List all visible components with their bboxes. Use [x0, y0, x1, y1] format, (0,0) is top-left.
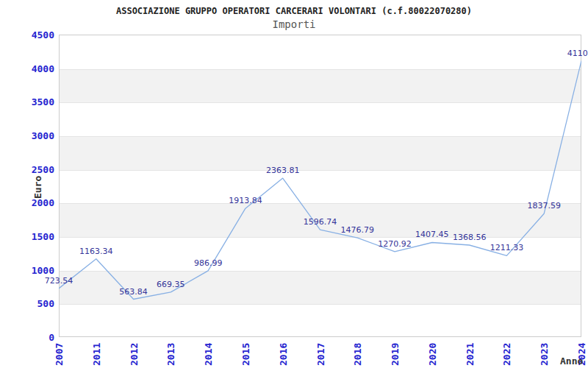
y-tick-label: 1000	[21, 265, 54, 276]
x-tick-label: 2022	[501, 343, 512, 366]
data-point-label: 563.84	[119, 287, 148, 297]
data-point-label: 2363.81	[266, 166, 300, 175]
x-tick-label: 2007	[54, 343, 65, 366]
y-tick-label: 1500	[21, 231, 54, 242]
x-tick-label: 2011	[91, 343, 102, 366]
data-point-label: 1476.79	[341, 225, 375, 235]
y-tick-label: 4500	[21, 29, 54, 40]
data-point-label: 1596.74	[304, 217, 337, 227]
data-point-label: 1211.33	[490, 243, 524, 252]
data-point-label: 986.99	[194, 258, 223, 268]
data-point-label: 1913.84	[229, 196, 262, 205]
data-point-label: 1270.92	[378, 239, 412, 249]
data-point-label: 669.35	[157, 280, 185, 289]
x-tick-label: 2012	[129, 343, 140, 366]
x-tick-label: 2020	[427, 343, 438, 366]
x-tick-label: 2019	[390, 343, 401, 366]
data-point-label: 1837.59	[527, 201, 561, 210]
x-tick-label: 2023	[539, 343, 550, 366]
x-tick-label: 2013	[165, 343, 176, 366]
y-tick-label: 500	[21, 298, 54, 309]
x-tick-label: 2015	[240, 343, 251, 366]
y-tick-label: 2500	[21, 164, 54, 175]
x-axis-title: Anno	[560, 355, 583, 367]
data-point-label: 723.54	[45, 276, 74, 286]
line-series-path	[59, 61, 581, 300]
y-tick-label: 2000	[21, 197, 54, 208]
chart-page: { "header": { "title": "ASSOCIAZIONE GRU…	[0, 0, 588, 368]
y-tick-label: 3500	[21, 96, 54, 107]
y-tick-label: 4000	[21, 63, 54, 74]
x-tick-label: 2014	[203, 343, 214, 366]
data-point-label: 1163.34	[79, 247, 113, 256]
chart-title: ASSOCIAZIONE GRUPPO OPERATORI CARCERARI …	[0, 6, 588, 16]
x-tick-label: 2017	[315, 343, 326, 366]
data-point-label: 4110.5	[567, 49, 588, 58]
data-point-label: 1407.45	[415, 230, 449, 239]
y-axis-title: Euro	[32, 176, 43, 199]
chart-subtitle: Importi	[0, 18, 588, 30]
y-tick-label: 3000	[21, 130, 54, 141]
y-tick-label: 0	[21, 332, 54, 343]
x-tick-label: 2021	[465, 343, 476, 366]
x-tick-label: 2018	[352, 343, 363, 366]
x-tick-label: 2016	[278, 343, 289, 366]
data-point-label: 1368.56	[453, 233, 487, 242]
